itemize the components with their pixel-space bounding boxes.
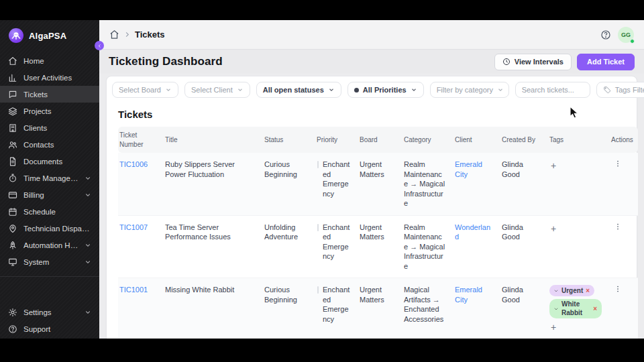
remove-tag-icon[interactable]: × xyxy=(593,304,597,313)
remove-tag-icon[interactable]: × xyxy=(586,286,590,295)
cell-text-priority: Enchanted Emergency xyxy=(323,160,350,198)
tag-pill-urgent[interactable]: Urgent× xyxy=(549,285,594,296)
sidebar-collapse-button[interactable] xyxy=(95,41,104,50)
client-link[interactable]: Emerald City xyxy=(455,286,482,304)
cell-text-status: Unfolding Adventure xyxy=(264,223,298,241)
clock-icon xyxy=(502,58,511,66)
add-tag-button[interactable]: + xyxy=(549,224,557,233)
client-link[interactable]: Wonderland xyxy=(455,223,490,241)
cell-board: Urgent Matters xyxy=(360,153,404,215)
tag-icon xyxy=(603,86,611,94)
tags-filter-button[interactable]: Tags Filter xyxy=(596,82,644,98)
board-filter-dropdown[interactable]: Select Board xyxy=(112,82,178,98)
row-actions-menu-button[interactable] xyxy=(611,285,625,293)
priority-color-bar xyxy=(317,161,319,168)
cell-text-created_by: Glinda Good xyxy=(502,223,523,241)
category-filter-dropdown[interactable]: Filter by category xyxy=(430,82,509,98)
priority-filter-dropdown[interactable]: All Priorities xyxy=(347,82,424,98)
sidebar-item-home[interactable]: Home xyxy=(0,52,99,69)
cell-priority: Enchanted Emergency xyxy=(317,153,360,215)
chevron-down-icon xyxy=(411,86,417,93)
sidebar-item-label: Home xyxy=(23,57,91,65)
cell-category: Magical Artifacts → Enchanted Accessorie… xyxy=(404,278,455,339)
document-icon xyxy=(8,157,17,166)
ticket-chat-icon xyxy=(8,90,17,99)
cell-text-title: Tea Time Server Performance Issues xyxy=(165,223,231,241)
chevron-down-icon xyxy=(165,86,172,93)
add-tag-button[interactable]: + xyxy=(549,322,557,332)
cell-priority: Enchanted Emergency xyxy=(317,215,360,278)
cell-actions xyxy=(611,215,638,278)
column-header-priority: Priority xyxy=(317,127,360,153)
avatar[interactable]: GG xyxy=(618,27,634,43)
chevron-down-icon xyxy=(85,175,91,182)
ticket-link[interactable]: TIC1001 xyxy=(119,286,148,294)
column-header-tags: Tags xyxy=(549,127,611,153)
sidebar-item-label: Projects xyxy=(23,107,91,115)
cell-ticket: TIC1007 xyxy=(118,215,165,278)
cell-created_by: Glinda Good xyxy=(502,215,549,278)
breadcrumb[interactable]: Tickets xyxy=(135,29,165,40)
column-header-board: Board xyxy=(360,127,404,153)
cell-board: Urgent Matters xyxy=(360,278,404,339)
screen: AlgaPSA HomeUser ActivitiesTicketsProjec… xyxy=(0,0,644,362)
row-actions-menu-button[interactable] xyxy=(611,223,625,231)
sidebar-item-contacts[interactable]: Contacts xyxy=(0,136,99,153)
sidebar-item-documents[interactable]: Documents xyxy=(0,153,99,170)
client-filter-dropdown[interactable]: Select Client xyxy=(184,82,250,98)
tag-label: Urgent xyxy=(561,287,583,296)
sidebar-item-tickets[interactable]: Tickets xyxy=(0,86,99,103)
tag-pill-white-rabbit[interactable]: White Rabbit× xyxy=(549,299,602,318)
home-icon xyxy=(8,56,17,66)
status-filter-dropdown[interactable]: All open statuses xyxy=(256,82,341,98)
sidebar-footer-nav: SettingsSupport xyxy=(0,304,99,339)
layers-icon xyxy=(8,107,17,116)
vertical-dots-icon xyxy=(614,285,622,293)
ticket-link[interactable]: TIC1006 xyxy=(119,160,148,168)
sidebar-item-label: Documents xyxy=(23,158,91,166)
cell-text-category: Realm Maintenance → Magical Infrastructu… xyxy=(404,223,445,270)
column-header-category: Category xyxy=(404,127,455,153)
chevron-down-icon xyxy=(85,309,91,316)
column-header-actions: Actions xyxy=(611,127,638,153)
sidebar-item-settings[interactable]: Settings xyxy=(0,304,99,320)
cell-client: Emerald City xyxy=(455,278,502,339)
sidebar-item-label: Technician Dispatch xyxy=(23,225,91,233)
view-intervals-button[interactable]: View Intervals xyxy=(494,54,572,70)
cell-actions xyxy=(611,153,638,215)
sidebar-item-support[interactable]: Support xyxy=(0,320,99,337)
question-circle-icon[interactable] xyxy=(600,29,611,40)
sidebar-item-label: Automation Hub xyxy=(23,241,78,249)
breadcrumb-home-icon[interactable] xyxy=(109,29,119,40)
sidebar-item-automation-hub[interactable]: Automation Hub xyxy=(0,237,99,253)
cell-text-priority: Enchanted Emergency xyxy=(323,223,350,261)
sidebar-item-schedule[interactable]: Schedule xyxy=(0,203,99,220)
add-tag-button[interactable]: + xyxy=(549,161,557,170)
sidebar-item-projects[interactable]: Projects xyxy=(0,103,99,119)
sidebar-item-label: Contacts xyxy=(23,141,91,149)
cell-text-created_by: Glinda Good xyxy=(502,286,523,304)
cell-title: Missing White Rabbit xyxy=(165,278,264,339)
add-ticket-button[interactable]: Add Ticket xyxy=(577,54,635,70)
stopwatch-icon xyxy=(8,174,17,183)
sidebar-item-system[interactable]: System xyxy=(0,253,99,270)
chevron-down-icon xyxy=(553,306,559,312)
cell-text-title: Missing White Rabbit xyxy=(165,286,234,294)
search-input[interactable] xyxy=(515,82,590,98)
cell-title: Ruby Slippers Server Power Fluctuation xyxy=(165,153,264,215)
cell-status: Curious Beginning xyxy=(264,278,317,339)
sidebar-item-label: Time Management xyxy=(23,174,78,182)
sidebar-item-user-activities[interactable]: User Activities xyxy=(0,69,99,86)
sidebar-item-time-management[interactable]: Time Management xyxy=(0,170,99,186)
row-actions-menu-button[interactable] xyxy=(611,160,625,168)
bar-chart-icon xyxy=(8,73,17,82)
sidebar-item-clients[interactable]: Clients xyxy=(0,119,99,136)
client-link[interactable]: Emerald City xyxy=(455,160,482,178)
gear-icon xyxy=(8,308,17,317)
sidebar-item-billing[interactable]: Billing xyxy=(0,186,99,203)
column-header-ticket-number: Ticket Number xyxy=(118,127,165,153)
sidebar-item-technician-dispatch[interactable]: Technician Dispatch xyxy=(0,220,99,237)
ticket-link[interactable]: TIC1007 xyxy=(119,223,148,231)
cell-title: Tea Time Server Performance Issues xyxy=(165,215,264,278)
rocket-icon xyxy=(8,241,17,250)
